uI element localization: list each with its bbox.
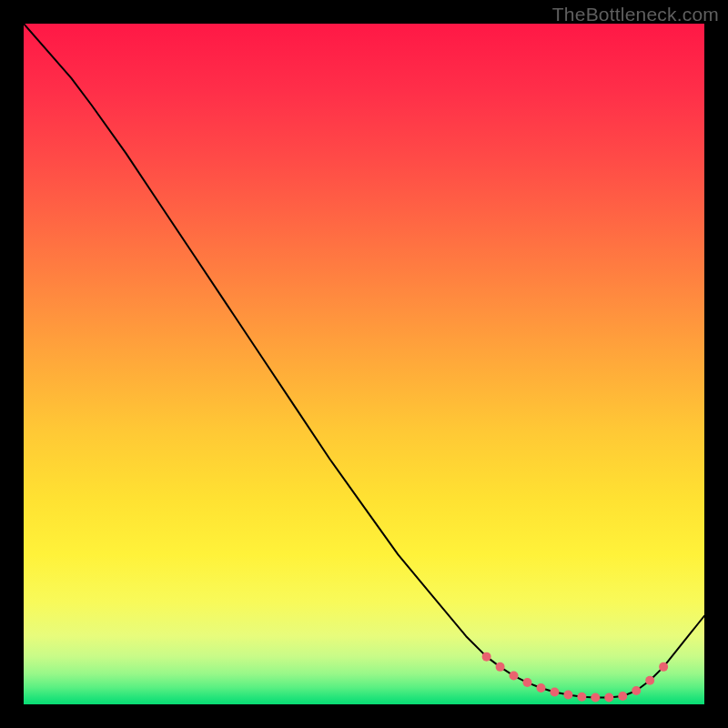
curve-marker <box>510 672 519 681</box>
curve-marker <box>632 686 641 695</box>
curve-marker <box>563 691 572 700</box>
curve-marker <box>604 693 613 703</box>
curve-marker <box>550 688 559 697</box>
curve-marker <box>645 676 654 685</box>
chart-plot <box>24 24 704 704</box>
background-rect <box>24 24 704 704</box>
chart-svg <box>24 24 704 704</box>
curve-marker <box>591 693 600 703</box>
curve-marker <box>523 678 532 687</box>
curve-marker <box>659 662 668 672</box>
curve-marker <box>618 692 627 701</box>
curve-marker <box>577 693 586 702</box>
curve-marker <box>536 683 545 693</box>
curve-marker <box>482 652 491 662</box>
chart-outer-frame: TheBottleneck.com <box>0 0 728 728</box>
watermark-text: TheBottleneck.com <box>552 4 719 25</box>
curve-marker <box>496 662 505 672</box>
